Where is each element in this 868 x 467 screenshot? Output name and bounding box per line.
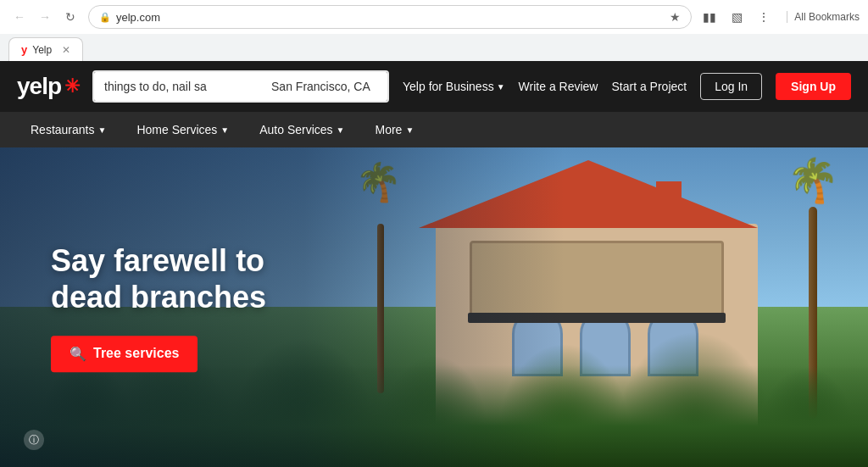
search-icon: 🔍 <box>70 346 86 362</box>
clear-icon: × <box>387 79 389 94</box>
hero-content: Say farewell to dead branches 🔍 Tree ser… <box>51 242 266 372</box>
search-clear-button[interactable]: × <box>381 72 389 101</box>
chevron-down-icon: ▼ <box>337 125 345 135</box>
browser-nav-buttons: ← → ↻ <box>8 6 81 28</box>
address-bar[interactable]: 🔒 yelp.com ★ <box>88 5 692 29</box>
active-tab[interactable]: y Yelp ✕ <box>8 37 83 61</box>
security-icon: 🔒 <box>99 12 111 23</box>
yelp-for-business-link[interactable]: Yelp for Business ▼ <box>403 80 505 93</box>
write-review-link[interactable]: Write a Review <box>519 80 598 93</box>
yelp-app: yelp ✳ × 🔍 Yelp for Business ▼ Write a R… <box>0 61 868 467</box>
hero-cta-button[interactable]: 🔍 Tree services <box>51 336 198 372</box>
nav-item-auto-services[interactable]: Auto Services ▼ <box>246 114 358 145</box>
refresh-button[interactable]: ↻ <box>59 6 81 28</box>
header-links: Yelp for Business ▼ Write a Review Start… <box>403 73 851 100</box>
extensions-button[interactable]: ▧ <box>726 6 748 28</box>
hero-section: 🌴 🌴 Say farewell to dead branches 🔍 Tree… <box>0 147 868 467</box>
browser-chrome: ← → ↻ 🔒 yelp.com ★ ▮▮ ▧ ⋮ All <box>0 0 868 61</box>
tab-grid-icon: ▮▮ <box>703 10 716 24</box>
login-button[interactable]: Log In <box>700 73 762 100</box>
nav-item-more[interactable]: More ▼ <box>362 114 428 145</box>
yelp-nav: Restaurants ▼ Home Services ▼ Auto Servi… <box>0 112 868 147</box>
nav-item-home-services[interactable]: Home Services ▼ <box>123 114 242 145</box>
logo-burst: ✳ <box>64 75 79 97</box>
star-icon: ★ <box>670 10 681 24</box>
back-icon: ← <box>14 10 25 24</box>
tab-grid-button[interactable]: ▮▮ <box>698 6 721 28</box>
scroll-indicator[interactable]: ⓘ <box>24 430 44 450</box>
browser-actions: ▮▮ ▧ ⋮ All Bookmarks <box>698 6 860 28</box>
chevron-down-icon: ▼ <box>97 125 106 135</box>
chevron-down-icon: ▼ <box>405 125 414 135</box>
menu-button[interactable]: ⋮ <box>753 6 775 28</box>
yelp-logo[interactable]: yelp ✳ <box>17 73 79 100</box>
tab-title: Yelp <box>32 44 52 56</box>
yelp-header: yelp ✳ × 🔍 Yelp for Business ▼ Write a R… <box>0 61 868 112</box>
refresh-icon: ↻ <box>65 10 75 24</box>
signup-button[interactable]: Sign Up <box>776 73 851 100</box>
info-icon: ⓘ <box>29 433 39 448</box>
back-button[interactable]: ← <box>8 6 31 28</box>
nav-item-restaurants[interactable]: Restaurants ▼ <box>17 114 120 145</box>
forward-button[interactable]: → <box>34 6 56 28</box>
tab-close-icon[interactable]: ✕ <box>62 44 70 56</box>
chevron-down-icon: ▼ <box>220 125 229 135</box>
search-where-input[interactable] <box>263 72 381 101</box>
dots-icon: ⋮ <box>758 10 770 24</box>
hero-title: Say farewell to dead branches <box>51 242 266 315</box>
tab-favicon: y <box>21 43 27 56</box>
browser-toolbar: ← → ↻ 🔒 yelp.com ★ ▮▮ ▧ ⋮ All <box>0 0 868 34</box>
tab-bar: y Yelp ✕ <box>0 34 868 61</box>
puzzle-icon: ▧ <box>732 10 743 24</box>
bookmarks-label: All Bookmarks <box>794 11 860 23</box>
search-what-input[interactable] <box>94 72 263 101</box>
search-bar: × 🔍 <box>92 70 389 103</box>
chevron-down-icon: ▼ <box>497 82 505 92</box>
start-project-link[interactable]: Start a Project <box>611 80 687 93</box>
url-display: yelp.com <box>116 11 665 24</box>
forward-icon: → <box>39 10 51 24</box>
logo-text: yelp <box>17 73 61 100</box>
